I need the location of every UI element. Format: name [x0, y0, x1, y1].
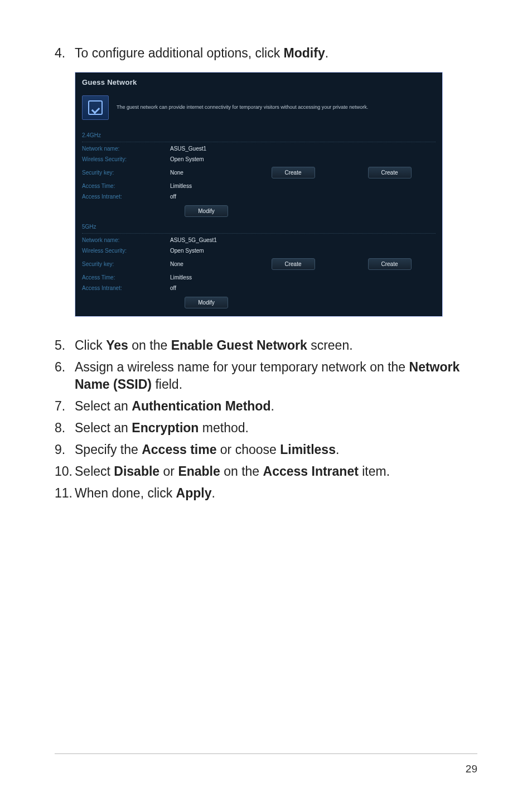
create-button-24-1[interactable]: Create [272, 167, 315, 178]
wireless-security-value-5: Open System [170, 248, 243, 254]
step-11-b: Apply [176, 486, 212, 500]
band-5-label: 5GHz [82, 224, 436, 232]
step-8: 8. Select an Encryption method. [55, 419, 477, 437]
band-5-grid: Network name: ASUS_5G_Guest1 Wireless Se… [82, 237, 436, 308]
step-10-d: Enable [178, 464, 220, 479]
step-10-a: Select [75, 464, 114, 479]
step-5-d: Enable Guest Network [171, 338, 307, 352]
step-7-b: Authentication Method [132, 399, 270, 413]
security-key-label-5: Security key: [82, 261, 166, 267]
separator-24 [82, 142, 436, 142]
guest-network-icon [82, 95, 109, 120]
step-9-d: Limitless [280, 442, 336, 457]
access-intranet-label-5: Access Intranet: [82, 285, 166, 291]
security-key-value-24: None [170, 170, 243, 176]
create-button-24-2[interactable]: Create [368, 167, 412, 178]
step-5-e: screen. [307, 338, 353, 352]
network-name-value-5: ASUS_5G_Guest1 [170, 237, 243, 243]
step-6-num: 6. [55, 359, 75, 393]
panel-title: Guess Network [82, 78, 436, 86]
band-24-label: 2.4GHz [82, 132, 436, 141]
modify-button-24[interactable]: Modify [185, 205, 228, 217]
step-5-c: on the [128, 338, 171, 352]
create-button-5-1[interactable]: Create [272, 258, 315, 270]
step-9-c: or choose [216, 442, 280, 457]
page-number: 29 [466, 763, 477, 775]
step-5: 5. Click Yes on the Enable Guest Network… [55, 337, 477, 354]
network-name-label-24: Network name: [82, 146, 166, 152]
access-intranet-value-5: off [170, 285, 243, 291]
step-5-b: Yes [106, 338, 128, 352]
step-6-a: Assign a wireless name for your temporar… [75, 360, 409, 374]
step-4-c: . [325, 46, 328, 60]
step-8-b: Encryption [132, 421, 199, 435]
step-9: 9. Specify the Access time or choose Lim… [55, 441, 477, 458]
access-time-label-5: Access Time: [82, 274, 166, 281]
step-10-text: Select Disable or Enable on the Access I… [75, 463, 477, 480]
access-intranet-label-24: Access Intranet: [82, 194, 166, 200]
modify-button-5[interactable]: Modify [185, 297, 228, 308]
step-4: 4. To configure additional options, clic… [55, 45, 477, 62]
step-4-b: Modify [284, 46, 325, 60]
step-8-num: 8. [55, 419, 75, 437]
step-4-text: To configure additional options, click M… [75, 45, 477, 62]
step-11: 11. When done, click Apply. [55, 485, 477, 502]
step-10: 10. Select Disable or Enable on the Acce… [55, 463, 477, 480]
checkmark-icon [88, 100, 103, 115]
step-4-a: To configure additional options, click [75, 46, 284, 60]
step-7-c: . [270, 399, 274, 413]
step-10-c: or [159, 464, 178, 479]
step-6-text: Assign a wireless name for your temporar… [75, 359, 477, 393]
separator-5 [82, 233, 436, 234]
step-8-text: Select an Encryption method. [75, 419, 477, 437]
step-10-b: Disable [114, 464, 159, 479]
access-time-value-24: Limitless [170, 183, 243, 189]
step-5-num: 5. [55, 337, 75, 354]
step-7-text: Select an Authentication Method. [75, 398, 477, 415]
wireless-security-label-24: Wireless Security: [82, 156, 166, 162]
step-10-f: Access Intranet [263, 464, 359, 479]
network-name-label-5: Network name: [82, 237, 166, 243]
step-11-c: . [211, 486, 215, 500]
step-10-num: 10. [55, 463, 75, 480]
step-8-c: method. [199, 421, 249, 435]
step-5-text: Click Yes on the Enable Guest Network sc… [75, 337, 477, 354]
footer-divider [55, 753, 477, 754]
access-time-value-5: Limitless [170, 274, 243, 281]
step-6: 6. Assign a wireless name for your tempo… [55, 359, 477, 393]
security-key-label-24: Security key: [82, 170, 166, 176]
step-8-a: Select an [75, 421, 132, 435]
step-10-e: on the [220, 464, 263, 479]
step-7-num: 7. [55, 398, 75, 415]
create-button-5-2[interactable]: Create [368, 258, 412, 270]
step-9-a: Specify the [75, 442, 142, 457]
step-9-num: 9. [55, 441, 75, 458]
network-name-value-24: ASUS_Guest1 [170, 146, 243, 152]
step-6-c: field. [152, 377, 182, 392]
step-7-a: Select an [75, 399, 132, 413]
step-5-a: Click [75, 338, 106, 352]
wireless-security-value-24: Open System [170, 156, 243, 162]
panel-description: The guest network can provide internet c… [117, 104, 368, 111]
band-24-grid: Network name: ASUS_Guest1 Wireless Secur… [82, 146, 436, 217]
guest-network-panel: Guess Network The guest network can prov… [75, 72, 443, 317]
step-11-num: 11. [55, 485, 75, 502]
step-9-b: Access time [142, 442, 216, 457]
panel-desc-row: The guest network can provide internet c… [82, 91, 436, 125]
access-time-label-24: Access Time: [82, 183, 166, 189]
step-4-num: 4. [55, 45, 75, 62]
wireless-security-label-5: Wireless Security: [82, 248, 166, 254]
step-9-e: . [336, 442, 339, 457]
step-7: 7. Select an Authentication Method. [55, 398, 477, 415]
step-9-text: Specify the Access time or choose Limitl… [75, 441, 477, 458]
access-intranet-value-24: off [170, 194, 243, 200]
step-10-g: item. [359, 464, 390, 479]
step-11-a: When done, click [75, 486, 176, 500]
step-11-text: When done, click Apply. [75, 485, 477, 502]
security-key-value-5: None [170, 261, 243, 267]
